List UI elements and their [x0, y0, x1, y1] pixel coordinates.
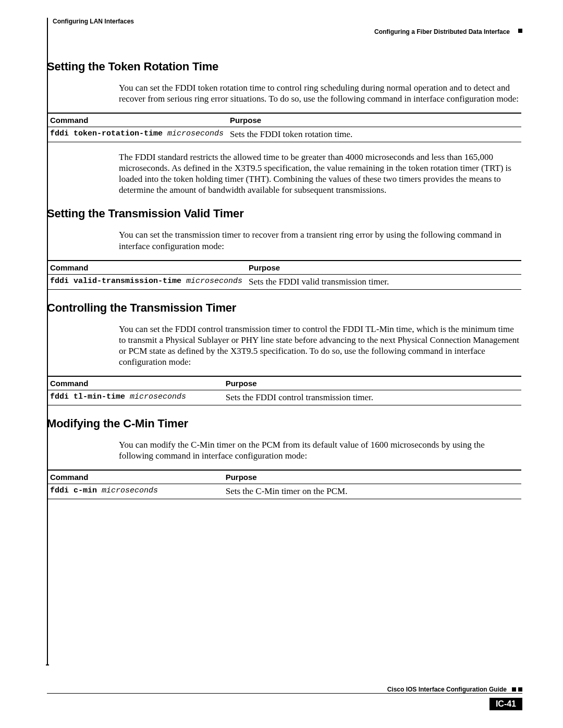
footer-marker-icon [512, 687, 522, 692]
purpose-cell: Sets the C-Min timer on the PCM. [223, 484, 521, 499]
section-title: Configuring a Fiber Distributed Data Int… [374, 28, 510, 35]
col-header-purpose: Purpose [227, 113, 521, 127]
section-after-text: The FDDI standard restricts the allowed … [119, 152, 521, 195]
col-header-command: Command [47, 376, 223, 390]
col-header-purpose: Purpose [223, 376, 521, 390]
command-cell: fddi token-rotation-time microseconds [47, 127, 227, 142]
section-transmission-valid: Setting the Transmission Valid Timer You… [47, 207, 521, 289]
page-content: Setting the Token Rotation Time You can … [47, 60, 521, 511]
command-table: Command Purpose fddi c-min microseconds … [47, 470, 521, 499]
purpose-cell: Sets the FDDI token rotation time. [227, 127, 521, 142]
command-keyword: fddi valid-transmission-time [50, 277, 181, 286]
section-cmin-timer: Modifying the C-Min Timer You can modify… [47, 417, 521, 499]
running-footer: Cisco IOS Interface Configuration Guide [47, 686, 522, 696]
command-keyword: fddi tl-min-time [50, 392, 125, 401]
command-table: Command Purpose fddi tl-min-time microse… [47, 376, 521, 405]
section-intro: You can set the FDDI control transmissio… [119, 324, 521, 367]
command-keyword: fddi token-rotation-time [50, 129, 163, 138]
header-marker-icon [518, 29, 522, 33]
chapter-title: Configuring LAN Interfaces [50, 18, 134, 25]
section-intro: You can set the FDDI token rotation time… [119, 82, 521, 104]
command-argument: microseconds [130, 392, 186, 401]
col-header-command: Command [47, 261, 246, 275]
footer-guide-title: Cisco IOS Interface Configuration Guide [387, 686, 507, 693]
section-heading: Modifying the C-Min Timer [47, 417, 521, 430]
running-header: Configuring LAN Interfaces Configuring a… [50, 18, 522, 35]
col-header-purpose: Purpose [223, 470, 521, 484]
table-row: fddi tl-min-time microseconds Sets the F… [47, 390, 521, 405]
purpose-cell: Sets the FDDI control transmission timer… [223, 390, 521, 405]
command-keyword: fddi c-min [50, 486, 97, 495]
page-number: IC-41 [489, 698, 522, 710]
command-table: Command Purpose fddi valid-transmission-… [47, 260, 521, 290]
table-row: fddi token-rotation-time microseconds Se… [47, 127, 521, 142]
col-header-command: Command [47, 470, 223, 484]
command-argument: microseconds [167, 129, 224, 138]
section-controlling-transmission: Controlling the Transmission Timer You c… [47, 301, 521, 405]
footer-rule [47, 693, 522, 694]
section-title-wrap: Configuring a Fiber Distributed Data Int… [374, 18, 522, 35]
section-intro: You can set the transmission timer to re… [119, 229, 521, 251]
col-header-command: Command [47, 113, 227, 127]
command-cell: fddi valid-transmission-time microsecond… [47, 274, 246, 289]
command-cell: fddi tl-min-time microseconds [47, 390, 223, 405]
command-argument: microseconds [102, 486, 158, 495]
table-row: fddi c-min microseconds Sets the C-Min t… [47, 484, 521, 499]
section-heading: Setting the Transmission Valid Timer [47, 207, 521, 220]
col-header-purpose: Purpose [246, 261, 521, 275]
table-row: fddi valid-transmission-time microsecond… [47, 274, 521, 289]
document-page: Configuring LAN Interfaces Configuring a… [0, 0, 563, 728]
corner-tick [46, 664, 49, 665]
command-argument: microseconds [186, 277, 242, 286]
purpose-cell: Sets the FDDI valid transmission timer. [246, 274, 521, 289]
command-cell: fddi c-min microseconds [47, 484, 223, 499]
section-heading: Controlling the Transmission Timer [47, 301, 521, 315]
command-table: Command Purpose fddi token-rotation-time… [47, 113, 521, 142]
section-heading: Setting the Token Rotation Time [47, 60, 521, 73]
section-intro: You can modify the C-Min timer on the PC… [119, 439, 521, 461]
section-token-rotation: Setting the Token Rotation Time You can … [47, 60, 521, 195]
